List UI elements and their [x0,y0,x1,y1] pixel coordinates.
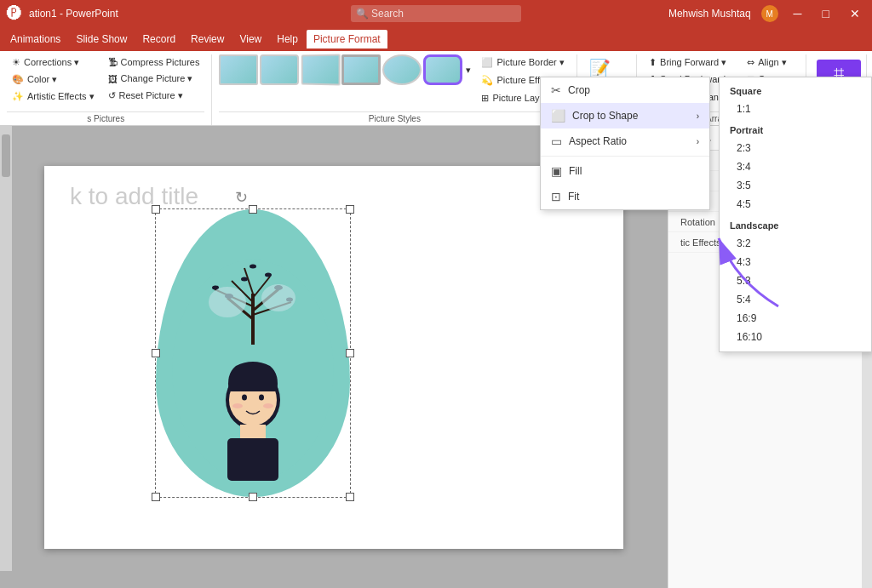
v-scroll-thumb[interactable] [2,134,10,177]
ratio-3-2[interactable]: 3:2 [720,234,871,253]
style-thumb-4[interactable] [341,54,381,85]
restore-button[interactable]: □ [818,5,835,22]
compress-pictures-button[interactable]: 🗜 Compress Pictures [103,54,205,70]
adjust-label: s Pictures [7,111,204,125]
menu-record[interactable]: Record [135,30,182,49]
slide-title-placeholder[interactable]: k to add title [70,183,198,210]
styles-more-button[interactable]: ▾ [464,63,473,77]
svg-point-11 [241,277,248,281]
menu-picture-format[interactable]: Picture Format [307,30,387,49]
dropdown-aspect-ratio[interactable]: ▭ Aspect Ratio › [541,128,709,154]
illustration-svg [168,217,338,489]
search-container: 🔍 [351,5,521,22]
dropdown-fit[interactable]: ⊡ Fit [541,184,709,209]
v-scrollbar[interactable] [0,126,12,571]
color-button[interactable]: 🎨 Color ▾ [7,71,100,88]
app-title: ation1 - PowerPoint [29,8,118,20]
ratio-5-3[interactable]: 5:3 [720,271,871,290]
menu-help[interactable]: Help [270,30,305,49]
svg-point-20 [242,394,247,400]
ribbon-group-adjust: ☀ Corrections ▾ 🎨 Color ▾ ✨ Artistic Eff… [3,54,212,125]
ratio-3-4[interactable]: 3:4 [720,157,871,176]
handle-bottom-right[interactable] [346,493,354,501]
ratio-5-4[interactable]: 5:4 [720,290,871,309]
ratio-16-10[interactable]: 16:10 [720,328,871,346]
menu-bar: Animations Slide Show Record Review View… [0,27,872,51]
fit-icon: ⊡ [551,190,561,203]
reset-picture-button[interactable]: ↺ Reset Picture ▾ [103,88,205,104]
handle-top-left[interactable] [152,205,160,214]
rotate-handle[interactable]: ↻ [235,188,248,207]
menu-animations[interactable]: Animations [3,30,67,49]
align-icon: ⇔ [747,57,754,68]
dropdown-crop-to-shape[interactable]: ⬜ Crop to Shape › [541,103,709,128]
portrait-header: Portrait [720,122,871,139]
effects-icon: 💫 [481,75,493,86]
selected-image-container[interactable] [155,208,351,498]
minimize-button[interactable]: ─ [789,5,807,22]
ratio-4-3[interactable]: 4:3 [720,253,871,271]
style-thumb-3[interactable] [301,54,341,85]
crop-menu-icon: ✂ [551,83,561,97]
layout-icon: ⊞ [481,93,489,104]
style-thumb-2[interactable] [260,54,299,85]
bring-forward-button[interactable]: ⬆ Bring Forward ▾ [644,54,738,71]
handle-top-right[interactable] [346,205,354,214]
artistic-icon: ✨ [12,91,24,102]
landscape-header: Landscape [720,217,871,234]
style-thumb-5[interactable] [382,54,422,85]
picture-border-button[interactable]: ⬜ Picture Border ▾ [476,54,570,71]
handle-middle-left[interactable] [152,349,160,357]
bring-forward-icon: ⬆ [649,57,657,68]
change-picture-button[interactable]: 🖼 Change Picture ▾ [103,71,205,87]
square-header: Square [720,83,871,100]
slide-canvas[interactable]: k to add title ↻ [44,166,623,549]
ratio-4-5[interactable]: 4:5 [720,195,871,214]
menu-view[interactable]: View [232,30,268,49]
style-thumb-1[interactable] [219,54,258,85]
crop-dropdown-menu: ✂ Crop ⬜ Crop to Shape › ▭ Aspect Ratio … [540,77,710,210]
adjust-col1: ☀ Corrections ▾ 🎨 Color ▾ ✨ Artistic Eff… [7,54,100,105]
menu-review[interactable]: Review [184,30,231,49]
dropdown-fill[interactable]: ▣ Fill [541,158,709,184]
handle-bottom-middle[interactable] [249,493,257,501]
handle-bottom-left[interactable] [152,493,160,501]
svg-point-16 [209,287,246,317]
user-name: Mehwish Mushtaq [668,8,751,20]
search-input[interactable] [351,5,521,22]
search-icon: 🔍 [356,8,369,20]
svg-point-12 [265,272,272,277]
dropdown-crop[interactable]: ✂ Crop [541,77,709,103]
dropdown-divider [541,156,709,157]
menu-slideshow[interactable]: Slide Show [69,30,134,49]
user-avatar: M [761,5,778,22]
ratio-3-5[interactable]: 3:5 [720,176,871,195]
svg-point-22 [232,403,243,408]
handle-middle-right[interactable] [346,349,354,357]
fill-icon: ▣ [551,164,562,178]
ribbon-group-styles: ▾ ⬜ Picture Border ▾ 💫 Picture Effects ▾… [215,54,577,125]
picture-styles-list: ▾ [219,54,473,85]
ratio-2-3[interactable]: 2:3 [720,139,871,157]
title-bar: 🅟 ation1 - PowerPoint 🔍 Mehwish Mushtaq … [0,0,872,27]
svg-point-17 [261,284,295,311]
ratio-16-9[interactable]: 16:9 [720,309,871,328]
adjust-buttons: ☀ Corrections ▾ 🎨 Color ▾ ✨ Artistic Eff… [7,54,204,110]
corrections-button[interactable]: ☀ Corrections ▾ [7,54,100,71]
title-bar-left: 🅟 ation1 - PowerPoint [7,5,118,23]
svg-point-15 [250,264,256,268]
artistic-effects-button[interactable]: ✨ Artistic Effects ▾ [7,88,100,105]
corrections-icon: ☀ [12,57,20,68]
adjust-col2: 🗜 Compress Pictures 🖼 Change Picture ▾ ↺… [103,54,205,104]
styles-label: Picture Styles [219,111,570,125]
svg-point-23 [263,403,273,408]
style-thumb-6[interactable] [423,54,462,85]
image-illustration [156,209,350,497]
svg-rect-25 [227,438,278,481]
close-button[interactable]: ✕ [845,5,865,22]
border-icon: ⬜ [481,57,493,68]
ratio-1-1[interactable]: 1:1 [720,100,871,118]
change-pic-icon: 🖼 [108,74,118,84]
align-button[interactable]: ⇔ Align ▾ [742,54,798,71]
handle-top-middle[interactable] [249,205,257,214]
